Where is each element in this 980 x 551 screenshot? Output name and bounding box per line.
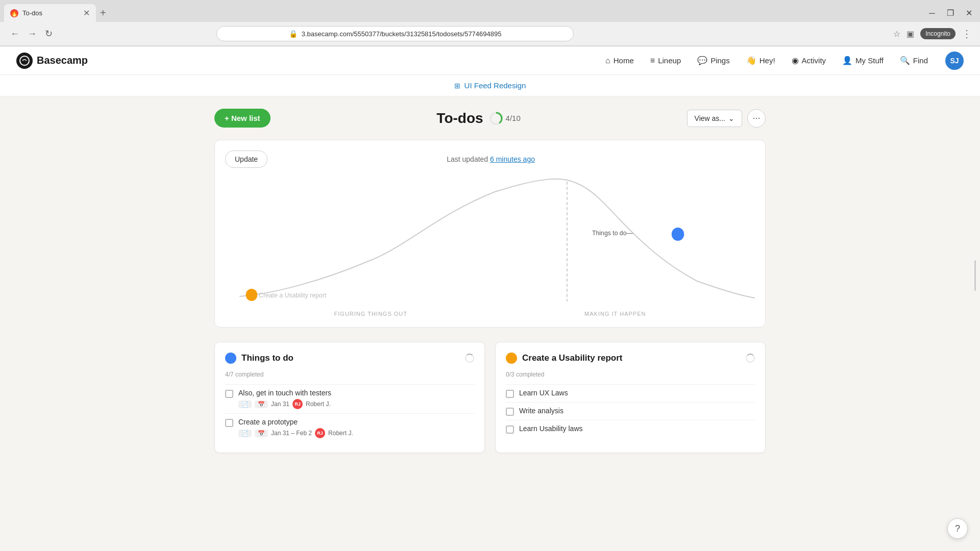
calendar-tag: 📅 [255, 430, 268, 437]
progress-count: 4/10 [506, 114, 521, 122]
nav-mystuff[interactable]: 👤 My Stuff [835, 52, 891, 69]
lock-icon: 🔒 [289, 30, 298, 38]
nav-hey[interactable]: 👋 Hey! [739, 52, 782, 69]
app-navbar: Basecamp ⌂ Home ≡ Lineup 💬 Pings 👋 Hey! … [0, 46, 980, 75]
close-window-button[interactable]: ✕ [962, 6, 976, 20]
nav-pings-label: Pings [710, 56, 730, 65]
todo-checkbox[interactable] [506, 425, 514, 434]
bookmark-button[interactable]: ☆ [893, 29, 900, 39]
breadcrumb-link[interactable]: ⊞ UI Feed Redesign [454, 81, 526, 90]
todo-item-content: Learn Usability laws [519, 424, 755, 433]
todo-checkbox[interactable] [225, 390, 233, 398]
find-icon: 🔍 [900, 56, 910, 65]
active-tab[interactable]: 🔥 To-dos ✕ [4, 4, 96, 22]
nav-lineup[interactable]: ≡ Lineup [643, 52, 688, 69]
todo-item-content: Create a prototype 📄 📅 Jan 31 – Feb 2 RJ… [238, 418, 474, 438]
close-tab-button[interactable]: ✕ [83, 8, 90, 18]
chart-left-label: FIGURING THINGS OUT [334, 311, 407, 317]
chart-header: Update Last updated 6 minutes ago [225, 151, 755, 168]
todo-item: Create a prototype 📄 📅 Jan 31 – Feb 2 RJ… [225, 413, 474, 442]
app-logo[interactable]: Basecamp [16, 53, 88, 69]
todo-item-title: Also, get in touch with testers [238, 389, 474, 397]
main-content: + New list To-dos 4/10 View as... ⌄ ··· [0, 96, 980, 551]
breadcrumb-bar: ⊞ UI Feed Redesign [0, 75, 980, 96]
nav-lineup-label: Lineup [658, 56, 681, 65]
todo-card-icon-blue [225, 353, 236, 364]
logo-icon [16, 53, 33, 69]
user-avatar[interactable]: SJ [945, 52, 964, 70]
todo-checkbox[interactable] [506, 390, 514, 398]
spinner-1 [465, 354, 474, 363]
minimize-button[interactable]: ─ [925, 6, 939, 20]
activity-icon: ◉ [792, 56, 799, 65]
incognito-badge: Incognito [920, 28, 955, 39]
burnup-svg: Things to do— Create a Usability report [225, 174, 755, 307]
mystuff-icon: 👤 [842, 56, 852, 65]
browser-more-button[interactable]: ⋮ [962, 28, 972, 40]
file-tag: 📄 [238, 430, 252, 437]
last-updated-link[interactable]: 6 minutes ago [490, 155, 535, 163]
svg-text:Things to do—: Things to do— [592, 230, 633, 237]
todo-checkbox[interactable] [225, 419, 233, 427]
spinner-2 [746, 354, 755, 363]
nav-activity-label: Activity [802, 56, 826, 65]
svg-point-0 [20, 56, 29, 65]
chart-labels: FIGURING THINGS OUT MAKING IT HAPPEN [225, 311, 755, 317]
url-bar[interactable]: 🔒 3.basecamp.com/5550377/buckets/3132581… [216, 26, 574, 41]
breadcrumb-label: UI Feed Redesign [464, 81, 526, 90]
tab-title: To-dos [22, 9, 79, 17]
header-actions: View as... ⌄ ··· [687, 109, 766, 128]
tab-favicon: 🔥 [10, 9, 18, 17]
todo-item-meta: 📄 📅 Jan 31 – Feb 2 RJ Robert J. [238, 428, 474, 438]
view-as-button[interactable]: View as... ⌄ [687, 110, 742, 127]
chart-right-label: MAKING IT HAPPEN [584, 311, 646, 317]
todo-item-title: Create a prototype [238, 418, 474, 426]
scroll-indicator [974, 260, 976, 291]
last-updated: Last updated 6 minutes ago [447, 155, 535, 163]
nav-find-label: Find [913, 56, 928, 65]
nav-home-label: Home [614, 56, 634, 65]
new-tab-button[interactable]: + [96, 5, 110, 21]
url-text: 3.basecamp.com/5550377/buckets/31325815/… [302, 30, 502, 38]
todo-card-title-2: Create a Usability report [522, 353, 741, 363]
sidebar-button[interactable]: ▣ [906, 29, 914, 39]
todo-item-content: Also, get in touch with testers 📄 📅 Jan … [238, 389, 474, 409]
todo-checkbox[interactable] [506, 408, 514, 416]
hey-icon: 👋 [746, 56, 756, 65]
todo-card-icon-orange [506, 353, 517, 364]
todo-item-title: Learn UX Laws [519, 389, 755, 397]
view-as-label: View as... [695, 114, 725, 122]
todo-item-title: Learn Usability laws [519, 424, 755, 433]
todo-card-header-1: Things to do [225, 353, 474, 364]
view-as-chevron-icon: ⌄ [728, 114, 734, 122]
todo-item-meta: 📄 📅 Jan 31 RJ Robert J. [238, 399, 474, 409]
todo-card-usability: Create a Usability report 0/3 completed … [495, 342, 766, 453]
nav-find[interactable]: 🔍 Find [893, 52, 935, 69]
grid-icon: ⊞ [454, 82, 460, 90]
nav-home[interactable]: ⌂ Home [598, 52, 641, 69]
chart-container: Things to do— Create a Usability report [225, 174, 755, 307]
more-actions-button[interactable]: ··· [747, 109, 766, 128]
todo-assignee: Robert J. [328, 430, 353, 437]
todo-item: Learn Usability laws [506, 420, 755, 438]
reload-button[interactable]: ↻ [43, 26, 55, 41]
back-button[interactable]: ← [8, 27, 21, 41]
todo-item: Learn UX Laws [506, 384, 755, 402]
nav-activity[interactable]: ◉ Activity [785, 52, 834, 69]
maximize-button[interactable]: ❐ [943, 6, 958, 20]
page-header: + New list To-dos 4/10 View as... ⌄ ··· [214, 109, 766, 128]
content-wrapper: + New list To-dos 4/10 View as... ⌄ ··· [184, 96, 796, 465]
forward-button[interactable]: → [26, 27, 39, 41]
todo-card-title-1: Things to do [241, 353, 460, 363]
update-button[interactable]: Update [225, 151, 267, 168]
address-bar: ← → ↻ 🔒 3.basecamp.com/5550377/buckets/3… [0, 22, 980, 46]
todo-card-completed-2: 0/3 completed [506, 371, 755, 378]
browser-chrome: 🔥 To-dos ✕ + ─ ❐ ✕ ← → ↻ 🔒 3.basecamp.co… [0, 0, 980, 46]
nav-pings[interactable]: 💬 Pings [690, 52, 737, 69]
todo-assignee: Robert J. [306, 400, 331, 408]
svg-point-5 [672, 228, 684, 241]
new-list-button[interactable]: + New list [214, 109, 271, 128]
lineup-icon: ≡ [650, 56, 655, 65]
help-button[interactable]: ? [947, 518, 968, 539]
tab-bar: 🔥 To-dos ✕ + ─ ❐ ✕ [0, 0, 980, 22]
